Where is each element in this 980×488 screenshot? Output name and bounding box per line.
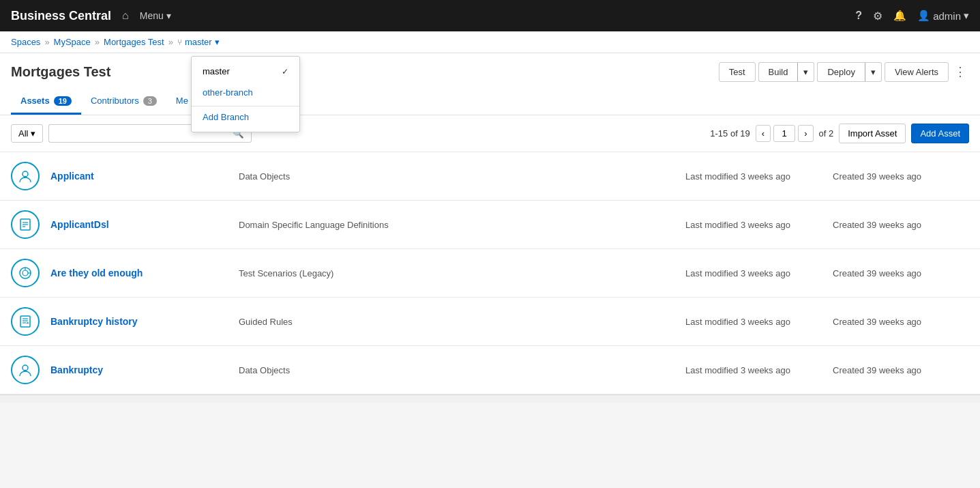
pagination-next-button[interactable]: › (798, 125, 813, 142)
breadcrumb-myspace[interactable]: MySpace (54, 37, 91, 47)
breadcrumb-spaces[interactable]: Spaces (11, 37, 40, 47)
branch-option-master[interactable]: master ✓ (192, 61, 299, 82)
table-row: Bankruptcy Data Objects Last modified 3 … (0, 346, 980, 394)
project-title: Mortgages Test (11, 64, 110, 80)
more-options-button[interactable]: ⋮ (951, 61, 969, 82)
import-asset-button[interactable]: Import Asset (839, 124, 906, 143)
deploy-caret-button[interactable]: ▾ (865, 62, 882, 82)
table-row: Bankruptcy history Guided Rules Last mod… (0, 298, 980, 346)
asset-type-bankruptcyhistory: Guided Rules (239, 317, 674, 327)
svg-rect-9 (20, 316, 30, 327)
build-button[interactable]: Build (758, 62, 798, 82)
pagination-info: 1-15 of 19 (710, 128, 750, 139)
help-icon[interactable]: ? (855, 10, 862, 22)
asset-modified-bankruptcyhistory: Last modified 3 weeks ago (685, 317, 822, 327)
breadcrumb-sep1: » (44, 37, 49, 47)
settings-icon[interactable]: ⚙ (873, 10, 882, 23)
table-row: Are they old enough Test Scenarios (Lega… (0, 249, 980, 298)
add-asset-button[interactable]: Add Asset (911, 124, 969, 143)
user-caret-icon: ▾ (964, 10, 969, 22)
asset-icon-bankruptcyhistory (11, 307, 40, 336)
branch-icon: ⑂ (177, 38, 182, 47)
filter-all-label: All (18, 128, 28, 139)
filter-bar: All ▾ 🔍 1-15 of 19 ‹ › of 2 Import Asset… (0, 115, 980, 152)
branch-caret-icon: ▾ (215, 37, 220, 47)
table-row: Applicant Data Objects Last modified 3 w… (0, 152, 980, 201)
asset-created-applicantdsl: Created 39 weeks ago (833, 220, 969, 230)
project-title-row: Mortgages Test Test Build ▾ Deploy ▾ Vie… (11, 61, 969, 89)
pagination-page-input[interactable] (773, 125, 795, 142)
asset-type-applicant: Data Objects (239, 171, 674, 182)
horizontal-scrollbar[interactable] (0, 394, 980, 403)
asset-created-bankruptcyhistory: Created 39 weeks ago (833, 317, 969, 327)
menu-button[interactable]: Menu ▾ (140, 10, 171, 21)
app-title: Business Central (11, 9, 111, 23)
user-label: admin (933, 10, 961, 22)
asset-name-bankruptcy[interactable]: Bankruptcy (50, 364, 228, 375)
notifications-icon[interactable]: 🔔 (893, 10, 906, 22)
svg-point-6 (23, 270, 28, 276)
breadcrumb: Spaces » MySpace » Mortgages Test » ⑂ ma… (0, 31, 980, 53)
asset-name-bankruptcyhistory[interactable]: Bankruptcy history (50, 316, 228, 327)
view-alerts-button[interactable]: View Alerts (885, 62, 949, 82)
asset-icon-aretheyoldenough (11, 259, 40, 287)
topbar-left: Business Central ⌂ Menu ▾ (11, 9, 171, 23)
asset-modified-aretheyoldenough: Last modified 3 weeks ago (685, 268, 822, 278)
tab-me-label: Me (176, 96, 188, 106)
asset-icon-applicantdsl (11, 210, 40, 239)
breadcrumb-sep3: » (168, 37, 173, 47)
asset-type-applicantdsl: Domain Specific Language Definitions (239, 220, 674, 230)
asset-icon-bankruptcy (11, 356, 40, 384)
build-split-button: Build ▾ (758, 62, 815, 82)
asset-list: Applicant Data Objects Last modified 3 w… (0, 152, 980, 394)
tab-contributors-badge: 3 (143, 96, 157, 106)
branch-dropdown: master ✓ other-branch Add Branch (191, 56, 300, 132)
build-caret-button[interactable]: ▾ (797, 62, 814, 82)
asset-modified-applicant: Last modified 3 weeks ago (685, 171, 822, 182)
asset-modified-bankruptcy: Last modified 3 weeks ago (685, 365, 822, 375)
test-button[interactable]: Test (719, 62, 756, 82)
branch-option-other[interactable]: other-branch (192, 82, 299, 103)
asset-type-aretheyoldenough: Test Scenarios (Legacy) (239, 268, 674, 278)
filter-all-dropdown[interactable]: All ▾ (11, 124, 43, 143)
asset-created-bankruptcy: Created 39 weeks ago (833, 365, 969, 375)
asset-modified-applicantdsl: Last modified 3 weeks ago (685, 220, 822, 230)
pagination-prev-button[interactable]: ‹ (756, 125, 771, 142)
svg-point-13 (23, 365, 28, 371)
breadcrumb-sep2: » (95, 37, 100, 47)
asset-icon-applicant (11, 162, 40, 190)
tab-assets[interactable]: Assets 19 (11, 89, 81, 115)
of-pages-label: of 2 (819, 128, 834, 139)
project-header: Mortgages Test Test Build ▾ Deploy ▾ Vie… (0, 53, 980, 115)
user-menu[interactable]: 👤 admin ▾ (917, 10, 969, 22)
asset-created-aretheyoldenough: Created 39 weeks ago (833, 268, 969, 278)
tab-contributors[interactable]: Contributors 3 (81, 89, 166, 115)
menu-caret-icon: ▾ (166, 10, 171, 21)
table-row: ApplicantDsl Domain Specific Language De… (0, 201, 980, 249)
pagination: ‹ › (756, 125, 814, 142)
deploy-split-button: Deploy ▾ (817, 62, 881, 82)
filter-right: 1-15 of 19 ‹ › of 2 Import Asset Add Ass… (710, 124, 969, 143)
branch-selector[interactable]: ⑂ master ▾ (177, 37, 220, 47)
branch-option-master-label: master (203, 66, 230, 76)
asset-name-applicantdsl[interactable]: ApplicantDsl (50, 219, 228, 230)
tab-contributors-label: Contributors (91, 96, 139, 106)
topbar-right: ? ⚙ 🔔 👤 admin ▾ (855, 10, 969, 23)
asset-name-applicant[interactable]: Applicant (50, 171, 228, 182)
topbar: Business Central ⌂ Menu ▾ ? ⚙ 🔔 👤 admin … (0, 0, 980, 31)
deploy-button[interactable]: Deploy (817, 62, 864, 82)
tabs: Assets 19 Contributors 3 Me (11, 89, 969, 115)
tab-assets-badge: 19 (54, 96, 72, 106)
asset-type-bankruptcy: Data Objects (239, 365, 674, 375)
asset-name-aretheyoldenough[interactable]: Are they old enough (50, 268, 228, 278)
user-icon: 👤 (917, 10, 930, 22)
asset-area: All ▾ 🔍 1-15 of 19 ‹ › of 2 Import Asset… (0, 115, 980, 394)
tab-assets-label: Assets (20, 96, 50, 106)
branch-option-other-label: other-branch (203, 87, 253, 98)
breadcrumb-mortgages-test[interactable]: Mortgages Test (104, 37, 164, 47)
branch-check-icon: ✓ (282, 67, 288, 76)
filter-all-caret-icon: ▾ (31, 128, 35, 139)
add-branch-button[interactable]: Add Branch (192, 106, 299, 128)
home-icon[interactable]: ⌂ (122, 10, 129, 22)
branch-name: master (185, 37, 212, 47)
